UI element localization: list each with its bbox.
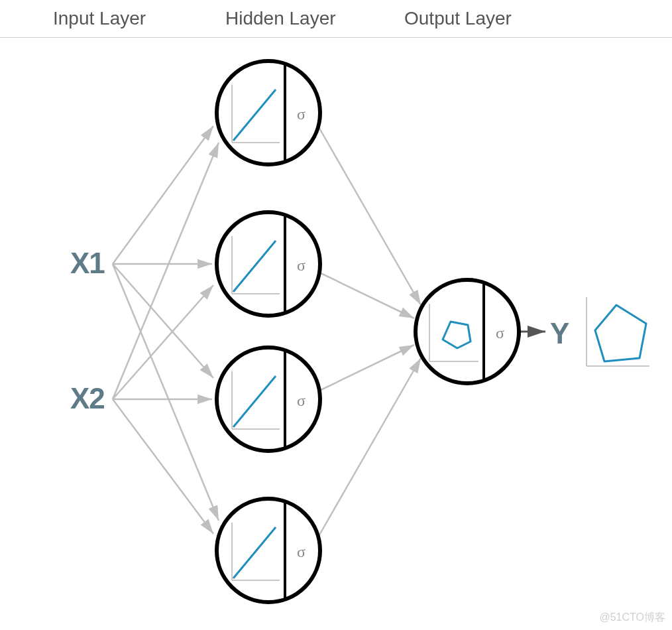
hidden-neuron-2-sigma: σ (297, 257, 306, 274)
hidden-neuron-1-sigma: σ (297, 105, 306, 123)
output-neuron-sigma: σ (496, 324, 504, 342)
pentagon-icon (595, 305, 646, 361)
edges-hidden-output (318, 126, 421, 537)
network-diagram: σ σ σ σ σ (0, 0, 672, 630)
watermark: @51CTO博客 (599, 611, 665, 625)
edges-input-hidden (113, 126, 219, 534)
output-neuron: σ (416, 280, 519, 383)
svg-line-0 (113, 126, 213, 264)
svg-line-10 (318, 345, 414, 391)
hidden-neuron-2: σ (217, 212, 320, 316)
svg-line-3 (113, 264, 219, 521)
svg-line-4 (113, 143, 219, 399)
hidden-neuron-3-sigma: σ (297, 392, 306, 409)
hidden-neuron-4: σ (217, 499, 320, 602)
svg-line-7 (113, 399, 213, 534)
svg-line-11 (318, 358, 421, 537)
hidden-neuron-1: σ (217, 61, 320, 164)
svg-line-8 (318, 126, 421, 305)
hidden-neuron-4-sigma: σ (297, 543, 306, 560)
hidden-neuron-3: σ (217, 347, 320, 451)
output-result-plot (587, 297, 649, 366)
svg-line-9 (318, 272, 414, 318)
